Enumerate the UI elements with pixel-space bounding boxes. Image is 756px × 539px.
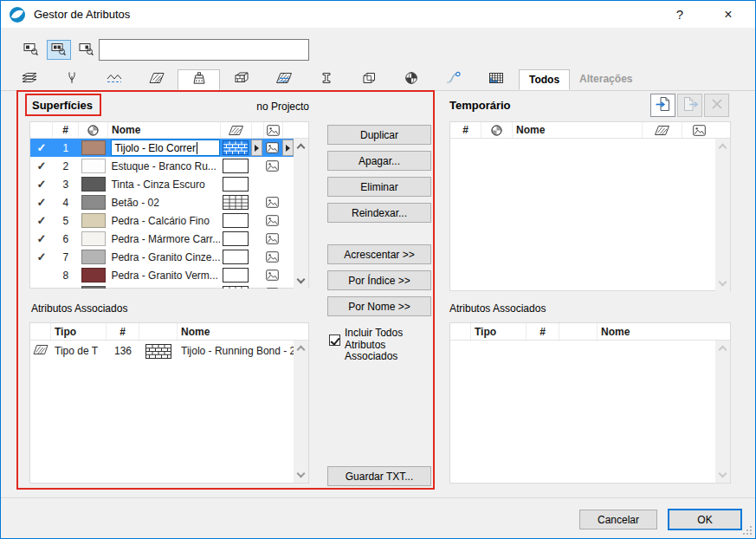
scroll-down-button[interactable]	[719, 279, 727, 288]
by-index-button[interactable]: Por Índice >>	[327, 270, 431, 290]
include-associated-checkbox[interactable]	[329, 334, 340, 346]
fill-preview[interactable]	[223, 268, 249, 282]
tab-building-materials[interactable]	[262, 69, 305, 89]
row-check-cell	[30, 284, 53, 289]
import-button[interactable]	[650, 94, 675, 117]
image-icon	[266, 197, 279, 208]
color-swatch	[81, 231, 106, 246]
delete-button[interactable]	[704, 94, 729, 117]
check-mark-icon: ✓	[36, 141, 46, 154]
reindex-button[interactable]: Reindexar...	[327, 203, 431, 223]
fill-preview[interactable]	[223, 140, 249, 155]
fill-preview[interactable]	[223, 286, 249, 289]
tab-pens[interactable]	[50, 69, 93, 89]
tab-layers[interactable]	[8, 69, 50, 89]
filter-right-icon	[79, 42, 94, 59]
scroll-down-button[interactable]	[719, 471, 727, 479]
expander-cell	[250, 211, 262, 230]
surface-row[interactable]: ✓3Tinta - Cinza Escuro	[30, 175, 294, 193]
surface-row[interactable]: ✓1Tijolo - Elo Correr	[30, 139, 294, 157]
by-name-button[interactable]: Por Nome >>	[327, 296, 431, 316]
ok-button[interactable]: OK	[668, 509, 742, 530]
surface-row[interactable]	[30, 284, 294, 289]
filter-right-toggle-button[interactable]	[74, 40, 99, 60]
name-edit-field[interactable]: Tijolo - Elo Correr	[111, 140, 219, 156]
scroll-up-button[interactable]	[719, 142, 727, 151]
col-header-type: Tipo	[471, 323, 527, 340]
surfaces-table: # Nome ✓1Tijolo - Elo Correr✓2Estuque - …	[29, 121, 309, 289]
check-mark-icon: ✓	[36, 159, 46, 172]
delete-button[interactable]: Apagar...	[327, 151, 431, 171]
scroll-down-button[interactable]	[297, 471, 306, 479]
row-check-cell: ✓	[30, 230, 53, 248]
save-txt-button[interactable]: Guardar TXT...	[327, 466, 431, 486]
row-check-cell	[30, 266, 53, 284]
tab-line-types[interactable]	[93, 69, 135, 89]
texture-expander-button[interactable]	[282, 140, 294, 156]
tab-alterações[interactable]: Alterações	[570, 69, 642, 89]
row-texture-cell	[262, 266, 281, 284]
tab-fill-types[interactable]	[135, 69, 178, 89]
fill-preview[interactable]	[223, 250, 249, 264]
cancel-button[interactable]: Cancelar	[579, 510, 657, 529]
help-button[interactable]: ?	[662, 1, 698, 28]
fill-expander-button[interactable]	[251, 140, 262, 156]
temporary-scrollbar[interactable]	[715, 139, 730, 291]
filter-both-icon	[51, 42, 67, 59]
surface-row[interactable]: 8Pedra - Granito Verm...	[30, 266, 294, 284]
fill-preview[interactable]	[223, 195, 249, 210]
fill-preview[interactable]	[223, 231, 249, 246]
purge-button[interactable]: Eliminar	[327, 177, 431, 197]
row-texture-cell	[262, 230, 281, 248]
tab-profiles[interactable]	[305, 69, 347, 89]
surface-name: Betão - 02	[111, 197, 158, 209]
fill-preview[interactable]	[223, 159, 249, 173]
filter-left-icon	[23, 42, 39, 59]
check-mark-icon: ✓	[36, 250, 46, 263]
icon-tabs	[8, 69, 517, 90]
fill-preview[interactable]	[223, 213, 249, 228]
row-name-cell: Tijolo - Elo Correr	[107, 139, 219, 157]
attribute-type-tabbar: TodosAlterações	[1, 70, 755, 91]
col-header-name: Nome	[108, 122, 221, 138]
expander-cell	[250, 248, 262, 266]
tab-composites[interactable]	[220, 69, 262, 89]
tab-operation-profiles[interactable]	[432, 69, 475, 89]
row-texture-cell	[262, 248, 281, 266]
surface-row[interactable]: ✓2Estuque - Branco Ru...	[30, 157, 294, 175]
tab-todos[interactable]: Todos	[519, 69, 570, 90]
tab-zone-stamps[interactable]	[347, 69, 390, 89]
surfaces-scrollbar[interactable]	[294, 139, 308, 289]
filter-left-toggle-button[interactable]	[19, 40, 43, 60]
scroll-down-button[interactable]	[297, 276, 306, 285]
scroll-up-button[interactable]	[719, 344, 727, 353]
row-texture-cell	[262, 139, 281, 157]
surfaces-icon	[191, 72, 208, 88]
associated-row[interactable]: Tipo de T136Tijolo - Running Bond - 20..…	[30, 341, 294, 361]
expander-cell	[281, 284, 294, 289]
search-input[interactable]	[99, 39, 309, 61]
tab-surfaces[interactable]	[178, 69, 220, 90]
close-button[interactable]: ×	[710, 1, 746, 28]
check-mark-icon: ✓	[36, 214, 46, 227]
tab-globe[interactable]	[390, 69, 432, 89]
surface-row[interactable]: ✓6Pedra - Mármore Carr...	[30, 230, 294, 248]
row-swatch-cell	[79, 248, 108, 266]
duplicate-button[interactable]: Duplicar	[327, 125, 431, 145]
scroll-up-button[interactable]	[297, 344, 306, 353]
surface-row[interactable]: ✓5Pedra - Calcário Fino	[30, 211, 294, 230]
attr-preview-cell	[139, 341, 178, 361]
filter-both-toggle-button[interactable]	[47, 40, 71, 60]
row-fill-cell	[220, 284, 251, 289]
associated-left-scrollbar[interactable]	[294, 341, 308, 483]
fill-icon	[643, 122, 682, 138]
resize-grip-icon[interactable]	[742, 525, 753, 536]
tab-mep-systems[interactable]	[475, 69, 517, 89]
associated-right-scrollbar[interactable]	[715, 341, 730, 483]
append-button[interactable]: Acrescentar >>	[327, 244, 431, 264]
export-button[interactable]	[677, 94, 702, 117]
surface-row[interactable]: ✓4Betão - 02	[30, 193, 294, 211]
fill-preview[interactable]	[223, 177, 249, 192]
scroll-up-button[interactable]	[297, 142, 306, 151]
surface-row[interactable]: ✓7Pedra - Granito Cinze...	[30, 248, 294, 266]
